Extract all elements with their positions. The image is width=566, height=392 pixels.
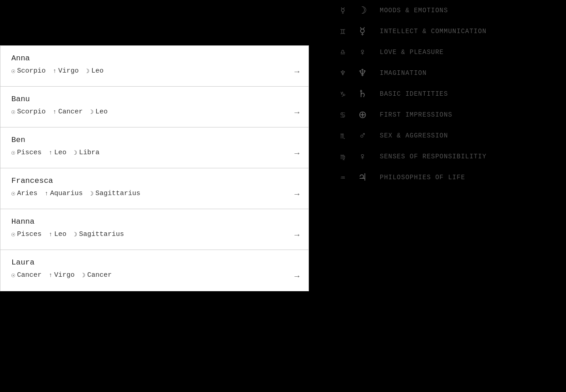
category-label: LOVE & PLEASURE [380, 49, 444, 56]
category-right-symbol: ☿ [354, 25, 371, 37]
category-right-symbol: ♀ [354, 151, 371, 162]
moon-sign: Leo [91, 67, 104, 75]
category-list: ☿☽MOODS & EMOTIONS♊☿INTELLECT & COMMUNIC… [327, 0, 557, 188]
navigate-arrow[interactable]: → [294, 190, 299, 199]
sun-group: ☉ Pisces [11, 230, 41, 238]
sun-sign: Pisces [17, 149, 41, 157]
category-right-symbol: ♂ [354, 130, 371, 142]
category-right-symbol: ♀ [354, 46, 371, 58]
navigate-arrow[interactable]: → [294, 272, 299, 281]
person-name: Anna [11, 54, 298, 63]
moon-sign: Libra [79, 149, 99, 157]
moon-sign: Sagittarius [79, 230, 124, 238]
sun-icon: ☉ [11, 67, 15, 75]
navigate-arrow[interactable]: → [294, 230, 299, 240]
person-row[interactable]: Hanna☉ Pisces↑ Leo☽ Sagittarius→ [0, 209, 308, 250]
moon-group: ☽ Sagittarius [74, 230, 124, 238]
moon-sign: Sagittarius [95, 190, 140, 197]
asc-group: ↑ Virgo [53, 67, 79, 75]
asc-icon: ↑ [49, 272, 52, 279]
category-item: ♆♆IMAGINATION [327, 63, 557, 83]
person-row[interactable]: Francesca☉ Aries↑ Aquarius☽ Sagittarius→ [0, 168, 308, 209]
category-item: ☿☽MOODS & EMOTIONS [327, 0, 557, 21]
asc-group: ↑ Virgo [49, 271, 74, 279]
person-signs: ☉ Aries↑ Aquarius☽ Sagittarius [11, 190, 298, 197]
category-label: FIRST IMPRESSIONS [380, 111, 452, 118]
sun-group: ☉ Scorpio [11, 108, 45, 116]
category-item: ♋⊕FIRST IMPRESSIONS [327, 104, 557, 125]
asc-group: ↑ Leo [49, 149, 66, 157]
navigate-arrow[interactable]: → [294, 108, 299, 117]
person-row[interactable]: Laura☉ Cancer↑ Virgo☽ Cancer→ [0, 250, 308, 291]
category-item: ♊☿INTELLECT & COMMUNICATION [327, 21, 557, 42]
category-right-symbol: ♆ [354, 67, 371, 79]
asc-sign: Cancer [58, 108, 83, 116]
category-left-symbol: ♋ [327, 110, 345, 120]
category-left-symbol: ♊ [327, 26, 345, 36]
category-right-symbol: ♃ [354, 172, 371, 183]
asc-group: ↑ Leo [49, 230, 66, 238]
sun-group: ☉ Cancer [11, 271, 41, 279]
sun-sign: Scorpio [17, 67, 45, 75]
sun-group: ☉ Pisces [11, 149, 41, 157]
category-left-symbol: ☿ [327, 5, 345, 15]
asc-sign: Virgo [54, 271, 74, 279]
sun-group: ☉ Scorpio [11, 67, 45, 75]
moon-icon: ☽ [90, 108, 94, 116]
category-right-symbol: ☽ [354, 5, 371, 16]
category-item: ♑♄BASIC IDENTITIES [327, 83, 557, 104]
sun-icon: ☉ [11, 108, 15, 116]
asc-icon: ↑ [49, 149, 52, 156]
moon-icon: ☽ [74, 231, 77, 238]
asc-icon: ↑ [53, 68, 56, 74]
sun-sign: Scorpio [17, 108, 45, 116]
sun-sign: Pisces [17, 230, 41, 238]
category-right-symbol: ⊕ [354, 109, 371, 121]
category-left-symbol: ♏ [327, 131, 345, 141]
person-signs: ☉ Scorpio↑ Virgo☽ Leo [11, 67, 298, 75]
sun-icon: ☉ [11, 190, 15, 197]
people-list: Anna☉ Scorpio↑ Virgo☽ Leo→Banu☉ Scorpio↑… [0, 45, 309, 291]
category-left-symbol: ♎ [327, 47, 345, 57]
asc-group: ↑ Cancer [53, 108, 83, 116]
moon-sign: Cancer [87, 271, 112, 279]
moon-group: ☽ Sagittarius [90, 190, 140, 197]
asc-icon: ↑ [45, 190, 48, 197]
moon-icon: ☽ [90, 190, 94, 197]
person-name: Laura [11, 258, 298, 267]
asc-icon: ↑ [53, 108, 56, 115]
person-signs: ☉ Cancer↑ Virgo☽ Cancer [11, 271, 298, 279]
category-label: SENSES OF RESPONSIBILITIY [380, 153, 487, 160]
category-label: IMAGINATION [380, 69, 427, 77]
category-item: ♏♂SEX & AGGRESSION [327, 125, 557, 146]
person-name: Francesca [11, 176, 298, 185]
moon-icon: ☽ [82, 272, 85, 279]
category-left-symbol: ♍ [327, 152, 345, 162]
sun-group: ☉ Aries [11, 190, 37, 197]
sun-icon: ☉ [11, 271, 15, 279]
category-label: MOODS & EMOTIONS [380, 7, 448, 14]
sun-icon: ☉ [11, 149, 15, 157]
asc-sign: Leo [54, 149, 66, 157]
navigate-arrow[interactable]: → [294, 149, 299, 158]
person-row[interactable]: Ben☉ Pisces↑ Leo☽ Libra→ [0, 127, 308, 168]
sun-sign: Aries [17, 190, 37, 197]
person-signs: ☉ Pisces↑ Leo☽ Sagittarius [11, 230, 298, 238]
moon-group: ☽ Leo [90, 108, 108, 116]
category-label: BASIC IDENTITIES [380, 90, 448, 98]
person-row[interactable]: Anna☉ Scorpio↑ Virgo☽ Leo→ [0, 46, 308, 87]
moon-sign: Leo [95, 108, 108, 116]
category-item: ♎♀LOVE & PLEASURE [327, 42, 557, 63]
person-name: Ben [11, 136, 298, 144]
category-right-symbol: ♄ [354, 88, 371, 100]
asc-group: ↑ Aquarius [45, 190, 83, 197]
category-left-symbol: ♆ [327, 68, 345, 78]
asc-sign: Aquarius [50, 190, 83, 197]
person-row[interactable]: Banu☉ Scorpio↑ Cancer☽ Leo→ [0, 87, 308, 127]
moon-icon: ☽ [86, 68, 89, 75]
category-label: PHILOSOPHIES OF LIFE [380, 174, 465, 181]
moon-group: ☽ Leo [86, 67, 104, 75]
category-label: SEX & AGGRESSION [380, 132, 448, 139]
navigate-arrow[interactable]: → [294, 67, 299, 76]
category-item: ♒♃PHILOSOPHIES OF LIFE [327, 167, 557, 188]
